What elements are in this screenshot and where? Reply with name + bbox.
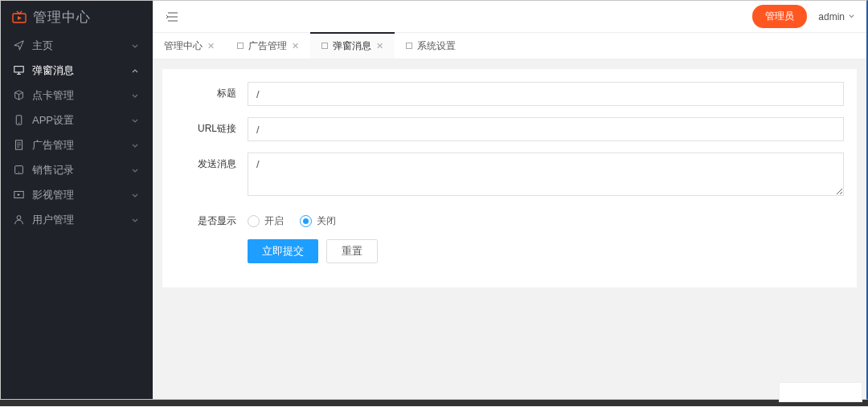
radio-on-label: 开启	[264, 214, 284, 228]
svg-rect-6	[14, 166, 23, 174]
tab-label: 系统设置	[417, 39, 456, 53]
tab-admin-center[interactable]: 管理中心 ✕	[153, 33, 226, 59]
chevron-down-icon	[131, 41, 141, 51]
sidebar-item-home[interactable]: 主页	[1, 33, 153, 58]
video-icon	[13, 189, 24, 201]
tab-marker-icon	[321, 43, 328, 49]
sidebar-item-popup[interactable]: 弹窗消息	[1, 58, 153, 83]
form-row-show: 是否显示 开启 关闭	[175, 210, 844, 228]
sidebar-item-label: 用户管理	[32, 213, 131, 227]
cube-icon	[13, 90, 24, 101]
tabs-bar: 管理中心 ✕ 广告管理 ✕ 弹窗消息 ✕ 系统设置	[153, 33, 866, 59]
tab-system-settings[interactable]: 系统设置	[395, 33, 467, 59]
doc-icon	[13, 140, 24, 151]
title-input[interactable]	[248, 82, 844, 106]
sidebar-item-label: 主页	[32, 39, 131, 53]
tab-marker-icon	[406, 43, 412, 49]
phone-icon	[13, 115, 24, 126]
chevron-up-icon	[131, 66, 141, 75]
user-icon	[13, 214, 24, 226]
submit-button[interactable]: 立即提交	[248, 239, 318, 263]
chevron-down-icon	[131, 91, 141, 100]
chevron-down-icon	[131, 140, 141, 150]
msg-textarea[interactable]	[248, 153, 844, 196]
sidebar-item-ad[interactable]: 广告管理	[1, 132, 153, 157]
tablet-icon	[13, 165, 24, 176]
chevron-down-icon	[131, 215, 141, 225]
close-icon[interactable]: ✕	[292, 41, 299, 51]
sidebar-menu: 主页 弹窗消息 点卡管理 APP设置 广告管理	[1, 33, 153, 399]
reset-button[interactable]: 重置	[326, 239, 378, 263]
sidebar-item-video[interactable]: 影视管理	[1, 182, 153, 207]
content-area: 标题 URL链接 发送消息	[153, 59, 866, 399]
sidebar-item-label: 弹窗消息	[32, 63, 131, 78]
tab-label: 管理中心	[164, 39, 203, 53]
tab-label: 弹窗消息	[333, 39, 371, 53]
url-label: URL链接	[175, 117, 248, 141]
show-label: 是否显示	[175, 210, 248, 228]
sidebar-item-label: 销售记录	[32, 163, 131, 177]
chevron-down-icon	[131, 190, 141, 200]
radio-on[interactable]: 开启	[248, 214, 284, 228]
topbar: 管理员 admin	[153, 1, 866, 33]
sidebar-item-label: APP设置	[32, 113, 131, 128]
sidebar-item-card[interactable]: 点卡管理	[1, 83, 153, 108]
show-radio-group: 开启 关闭	[248, 210, 844, 228]
svg-rect-2	[14, 67, 23, 72]
monitor-icon	[13, 65, 24, 76]
radio-circle-icon	[300, 215, 312, 227]
svg-point-10	[17, 216, 21, 220]
sidebar-item-label: 点卡管理	[32, 88, 131, 103]
tab-popup-msg[interactable]: 弹窗消息 ✕	[310, 33, 395, 59]
form-card: 标题 URL链接 发送消息	[162, 69, 857, 287]
sidebar-item-label: 影视管理	[32, 188, 131, 202]
sidebar-item-user[interactable]: 用户管理	[1, 207, 153, 232]
role-badge: 管理员	[752, 5, 807, 28]
title-label: 标题	[175, 82, 248, 106]
floating-box	[779, 382, 862, 402]
user-name: admin	[818, 11, 845, 22]
radio-off-label: 关闭	[317, 214, 336, 228]
close-icon[interactable]: ✕	[376, 41, 383, 51]
chevron-down-icon	[848, 13, 855, 20]
sidebar: 管理中心 主页 弹窗消息 点卡管理 APP设置	[1, 1, 153, 399]
sidebar-item-app[interactable]: APP设置	[1, 108, 153, 132]
close-icon[interactable]: ✕	[207, 41, 215, 51]
form-row-title: 标题	[175, 82, 844, 106]
plane-icon	[13, 40, 24, 51]
radio-off[interactable]: 关闭	[300, 214, 336, 228]
main-area: 管理员 admin 管理中心 ✕ 广告管理 ✕ 弹窗消息 ✕	[153, 1, 866, 399]
sidebar-item-label: 广告管理	[32, 138, 131, 153]
brand-icon	[12, 10, 27, 23]
chevron-down-icon	[131, 165, 141, 175]
form-row-url: URL链接	[175, 117, 844, 141]
sidebar-item-sales[interactable]: 销售记录	[1, 157, 153, 182]
msg-label: 发送消息	[175, 153, 248, 198]
brand-title: 管理中心	[33, 8, 91, 26]
svg-point-4	[18, 123, 18, 124]
user-menu[interactable]: admin	[818, 11, 855, 22]
url-input[interactable]	[248, 117, 844, 141]
tab-ad-manage[interactable]: 广告管理 ✕	[226, 33, 310, 59]
svg-point-7	[18, 172, 18, 173]
tab-label: 广告管理	[248, 39, 287, 53]
svg-marker-1	[18, 16, 22, 20]
sidebar-collapse-icon[interactable]	[164, 9, 180, 25]
form-row-buttons: 立即提交 重置	[175, 239, 844, 263]
brand-logo: 管理中心	[1, 1, 153, 33]
tab-marker-icon	[237, 43, 244, 49]
radio-circle-icon	[248, 215, 260, 227]
chevron-down-icon	[131, 116, 141, 125]
bottom-strip	[0, 400, 868, 406]
form-row-msg: 发送消息	[175, 153, 844, 198]
svg-marker-9	[17, 193, 19, 196]
